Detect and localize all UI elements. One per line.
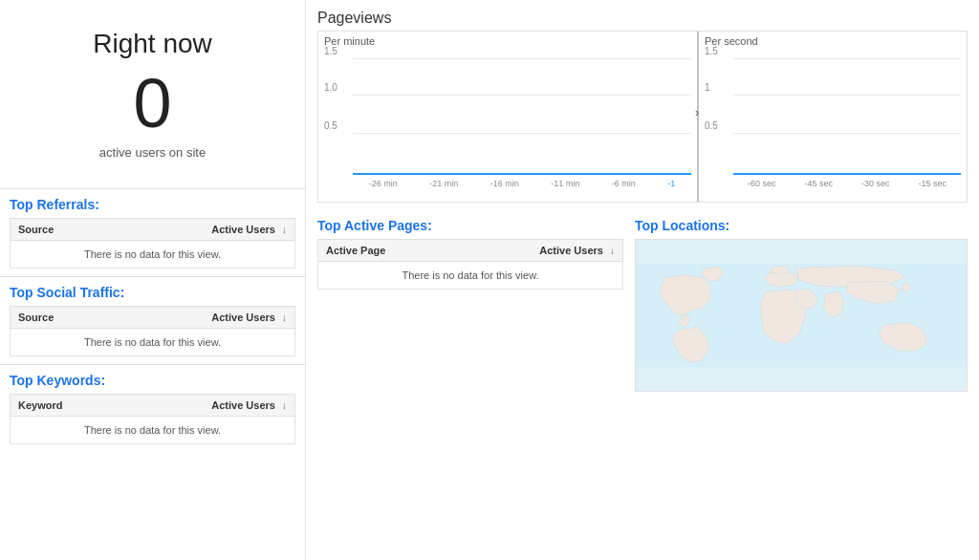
social-col-users: Active Users ↓ xyxy=(113,307,294,329)
per-second-chart-area: 1.5 1 0.5 xyxy=(705,51,961,175)
pageviews-section: Pageviews Per minute 1.5 1.0 0.5 xyxy=(317,10,968,203)
top-referrals-table: Source Active Users ↓ There is no data f… xyxy=(10,218,295,269)
top-social-section: Top Social Traffic: Source Active Users … xyxy=(0,277,305,365)
top-locations-section: Top Locations: xyxy=(635,218,968,392)
top-keywords-table: Keyword Active Users ↓ There is no data … xyxy=(10,394,295,444)
top-active-pages-table: Active Page Active Users ↓ There is no d… xyxy=(317,239,623,290)
top-keywords-section: Top Keywords: Keyword Active Users ↓ xyxy=(0,365,305,452)
y-label-3: 0.5 xyxy=(705,120,718,131)
grid-line xyxy=(353,95,691,96)
y-label-2: 1.0 xyxy=(324,82,337,93)
top-active-pages-title: Top Active Pages: xyxy=(317,218,623,233)
x-label: -15 sec xyxy=(918,179,946,188)
y-label-1: 1.5 xyxy=(324,46,337,56)
x-label-current: -1 xyxy=(667,179,675,188)
per-second-label: Per second xyxy=(705,35,961,47)
grid-line xyxy=(353,133,691,134)
x-label: -60 sec xyxy=(748,179,776,188)
keywords-no-data: There is no data for this view. xyxy=(11,417,295,444)
left-panel: Right now 0 active users on site Top Ref… xyxy=(0,0,306,560)
x-label: -11 min xyxy=(551,179,579,188)
x-label: -6 min xyxy=(612,179,636,188)
keywords-sort-icon[interactable]: ↓ xyxy=(282,400,287,411)
table-row: There is no data for this view. xyxy=(318,262,623,290)
referrals-col-source: Source xyxy=(11,219,114,241)
y-label-3: 0.5 xyxy=(324,120,337,131)
x-label: -26 min xyxy=(369,179,398,188)
social-no-data: There is no data for this view. xyxy=(11,329,295,356)
top-referrals-title: Top Referrals: xyxy=(10,197,295,212)
x-label: -21 min xyxy=(429,179,458,188)
right-now-section: Right now 0 active users on site xyxy=(0,10,305,189)
top-locations-title: Top Locations: xyxy=(635,218,968,233)
active-users-subtitle: active users on site xyxy=(10,145,295,160)
pages-col-users: Active Users ↓ xyxy=(456,240,622,262)
keywords-col-keyword: Keyword xyxy=(11,395,124,417)
grid-line xyxy=(733,133,961,134)
per-minute-label: Per minute xyxy=(324,35,691,47)
pages-sort-icon[interactable]: ↓ xyxy=(610,246,615,256)
social-col-source: Source xyxy=(11,307,114,329)
top-keywords-title: Top Keywords: xyxy=(10,373,295,388)
right-now-title: Right now xyxy=(10,29,295,59)
x-label: -16 min xyxy=(490,179,519,188)
grid-line xyxy=(733,95,961,96)
top-social-table: Source Active Users ↓ There is no data f… xyxy=(10,306,295,356)
world-map xyxy=(635,239,968,392)
map-svg xyxy=(636,240,967,391)
x-label: -45 sec xyxy=(804,179,833,188)
y-label-2: 1 xyxy=(705,82,710,93)
x-label: -30 sec xyxy=(861,179,890,188)
pages-no-data: There is no data for this view. xyxy=(318,262,623,290)
grid-line xyxy=(353,58,691,59)
grid-line xyxy=(733,58,961,59)
charts-row: Per minute 1.5 1.0 0.5 › xyxy=(317,31,968,203)
keywords-col-users: Active Users ↓ xyxy=(123,395,294,417)
referrals-no-data: There is no data for this view. xyxy=(11,241,295,269)
pages-col-page: Active Page xyxy=(318,240,457,262)
per-second-chart: Per second 1.5 1 0.5 -60 sec -45 sec -30… xyxy=(699,32,967,202)
per-minute-chart: Per minute 1.5 1.0 0.5 › xyxy=(318,32,699,202)
table-row: There is no data for this view. xyxy=(11,241,295,269)
right-bottom: Top Active Pages: Active Page Active Use… xyxy=(317,218,968,392)
active-users-count: 0 xyxy=(10,69,295,138)
right-panel: Pageviews Per minute 1.5 1.0 0.5 xyxy=(306,0,979,560)
top-referrals-section: Top Referrals: Source Active Users ↓ xyxy=(0,189,305,277)
referrals-col-users: Active Users ↓ xyxy=(113,219,294,241)
top-social-title: Top Social Traffic: xyxy=(10,285,295,300)
per-minute-chart-area: 1.5 1.0 0.5 › xyxy=(324,51,691,175)
y-label-1: 1.5 xyxy=(705,46,718,56)
table-row: There is no data for this view. xyxy=(11,329,295,356)
referrals-sort-icon[interactable]: ↓ xyxy=(282,225,287,235)
chart-baseline xyxy=(353,173,691,175)
top-active-pages-section: Top Active Pages: Active Page Active Use… xyxy=(317,218,623,392)
social-sort-icon[interactable]: ↓ xyxy=(282,312,287,323)
chart-baseline xyxy=(733,173,961,175)
table-row: There is no data for this view. xyxy=(11,417,295,444)
pageviews-title: Pageviews xyxy=(317,10,968,27)
